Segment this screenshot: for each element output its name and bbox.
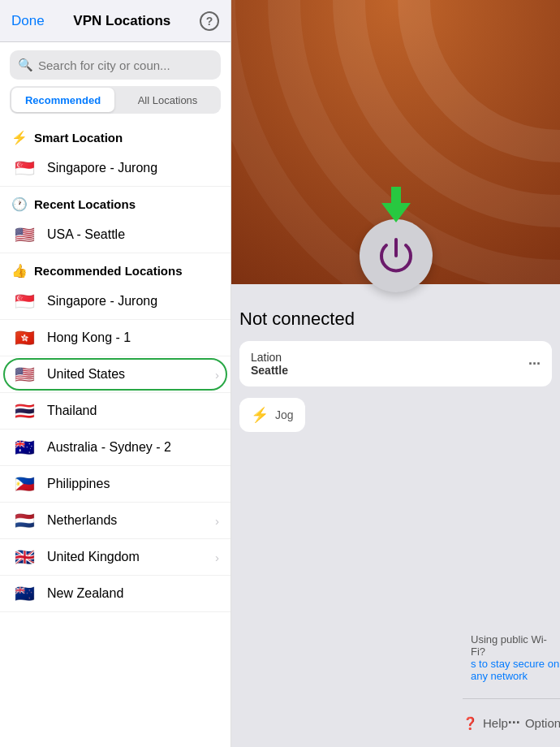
flag-nl: 🇳🇱 <box>11 512 37 529</box>
tabs-row: Recommended All Locations <box>10 86 221 114</box>
section-recent: 🕐 Recent Locations <box>0 187 230 217</box>
flag-hk: 🇭🇰 <box>11 329 37 347</box>
options-dots-icon: ··· <box>508 715 520 732</box>
item-label-sg-2: Singapore - Jurong <box>47 294 219 309</box>
flag-sg-1: 🇸🇬 <box>11 159 37 177</box>
list-item-united-kingdom[interactable]: 🇬🇧 United Kingdom › <box>0 539 230 576</box>
options-button[interactable]: ··· Options <box>508 715 560 732</box>
help-label: Help <box>483 716 508 730</box>
flag-us: 🇺🇸 <box>11 365 37 383</box>
list-item-australia-sydney[interactable]: 🇦🇺 Australia - Sydney - 2 <box>0 430 230 466</box>
smart-badge: ⚡ Jog <box>239 398 305 432</box>
search-container: 🔍 <box>0 42 230 86</box>
chevron-nl: › <box>215 514 219 528</box>
item-label-au: Australia - Sydney - 2 <box>47 440 219 455</box>
flag-us-seattle: 🇺🇸 <box>11 226 37 244</box>
section-smart: ⚡ Smart Location <box>0 120 230 150</box>
power-button-container[interactable] <box>360 219 433 292</box>
list-item-netherlands[interactable]: 🇳🇱 Netherlands › <box>0 503 230 539</box>
flag-gb: 🇬🇧 <box>11 548 37 566</box>
green-arrow <box>381 187 411 230</box>
tab-recommended[interactable]: Recommended <box>11 88 114 112</box>
options-label: Options <box>525 716 560 730</box>
item-label-th: Thailand <box>47 404 219 418</box>
list-item-new-zealand[interactable]: 🇳🇿 New Zealand <box>0 576 230 612</box>
item-label-nl: Netherlands <box>47 513 205 528</box>
list-item-usa-seattle[interactable]: 🇺🇸 USA - Seattle <box>0 217 230 253</box>
help-icon: ❓ <box>463 716 478 731</box>
smart-location-icon: ⚡ <box>11 130 28 145</box>
power-icon <box>375 235 417 277</box>
chevron-us: › <box>215 368 219 382</box>
left-panel: Done VPN Locations ? 🔍 Recommended All L… <box>0 0 231 747</box>
chevron-gb: › <box>215 551 219 564</box>
search-input[interactable] <box>38 58 213 72</box>
item-label-nz: New Zealand <box>47 586 219 601</box>
list-item-singapore-jurong-1[interactable]: 🇸🇬 Singapore - Jurong <box>0 150 230 187</box>
list-item-singapore-jurong-2[interactable]: 🇸🇬 Singapore - Jurong <box>0 283 230 320</box>
list-item-united-states[interactable]: 🇺🇸 United States › <box>0 356 230 393</box>
search-box[interactable]: 🔍 <box>10 50 221 80</box>
list-item-hong-kong[interactable]: 🇭🇰 Hong Kong - 1 <box>0 320 230 356</box>
nav-bar: Done VPN Locations ? <box>0 0 230 42</box>
wifi-note-text: Using public Wi-Fi? <box>471 633 560 658</box>
list-item-thailand[interactable]: 🇹🇭 Thailand <box>0 393 230 430</box>
location-card: Lation Seattle ··· <box>239 341 552 386</box>
location-type: Lation <box>251 351 288 364</box>
nav-title: VPN Locations <box>73 13 170 29</box>
help-button[interactable]: ? <box>200 11 219 31</box>
smart-badge-text: Jog <box>275 408 294 421</box>
recommended-label: Recommended Locations <box>34 264 183 278</box>
not-connected-label: Not connected <box>239 309 355 330</box>
flag-nz: 🇳🇿 <box>11 585 37 602</box>
bottom-bar: ❓ Help ··· Options <box>463 698 560 747</box>
list-container[interactable]: ⚡ Smart Location 🇸🇬 Singapore - Jurong 🕐… <box>0 120 230 747</box>
recent-label: Recent Locations <box>34 197 136 211</box>
flag-au: 🇦🇺 <box>11 438 37 456</box>
flag-th: 🇹🇭 <box>11 402 37 420</box>
done-button[interactable]: Done <box>11 13 45 29</box>
item-label-usa-seattle: USA - Seattle <box>47 227 219 242</box>
list-item-philippines[interactable]: 🇵🇭 Philippines <box>0 466 230 503</box>
section-recommended-locations: 👍 Recommended Locations <box>0 253 230 283</box>
search-icon: 🔍 <box>18 58 33 72</box>
smart-location-label: Smart Location <box>34 131 123 145</box>
wifi-note-link[interactable]: s to stay secure on any network <box>471 658 559 682</box>
location-options-button[interactable]: ··· <box>528 356 541 373</box>
svg-marker-5 <box>381 187 411 222</box>
smart-badge-icon: ⚡ <box>251 406 269 424</box>
item-label-gb: United Kingdom <box>47 550 205 564</box>
power-circle[interactable] <box>360 219 433 292</box>
item-label-hk: Hong Kong - 1 <box>47 330 219 345</box>
recommended-icon: 👍 <box>11 263 28 279</box>
flag-ph: 🇵🇭 <box>11 475 37 493</box>
recent-icon: 🕐 <box>11 196 28 212</box>
location-value: Seattle <box>251 364 288 377</box>
help-button[interactable]: ❓ Help <box>463 716 508 731</box>
item-label-sg-1: Singapore - Jurong <box>47 161 219 175</box>
item-label-ph: Philippines <box>47 477 219 491</box>
item-label-us: United States <box>47 367 205 382</box>
flag-sg-2: 🇸🇬 <box>11 292 37 310</box>
right-panel: Not connected Lation Seattle ··· ⚡ Jog U… <box>231 0 560 747</box>
wifi-note: Using public Wi-Fi? s to stay secure on … <box>471 633 560 682</box>
tab-all-locations[interactable]: All Locations <box>116 88 219 112</box>
